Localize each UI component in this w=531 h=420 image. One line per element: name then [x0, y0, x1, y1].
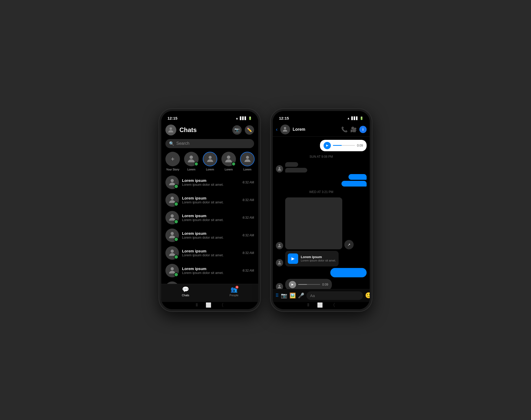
chat-avatar: [165, 211, 179, 224]
battery-icon: 🔋: [360, 116, 364, 120]
link-thumbnail: ▶: [288, 253, 298, 264]
your-story-label: Your Story: [166, 168, 179, 171]
add-story-button[interactable]: +: [165, 152, 180, 166]
status-icons: ▲ ▋▋▋ 🔋: [235, 116, 252, 120]
signal-icon: ▋▋▋: [351, 116, 358, 120]
link-title: Lorem ipsum: [301, 255, 336, 259]
sent-bubble: [348, 174, 367, 180]
svg-point-10: [171, 267, 174, 270]
chat-list-item[interactable]: Lorem ipsum Lorem ipsum dolor sit amet. …: [161, 244, 258, 262]
story-item[interactable]: Lorem: [238, 152, 257, 171]
chat-time: ·8:32 AM: [242, 233, 254, 237]
chat-preview: Lorem ipsum dolor sit amet.: [182, 236, 239, 239]
chat-list-item[interactable]: Lorem ipsum Lorem ipsum dolor sit amet. …: [161, 262, 258, 279]
chat-list-item[interactable]: Lorem ipsum Lorem ipsum dolor sit amet. …: [161, 226, 258, 244]
svg-point-8: [171, 232, 174, 235]
svg-point-12: [284, 127, 286, 129]
chat-preview: Lorem ipsum dolor sit amet.: [182, 271, 239, 275]
story-item[interactable]: Lorem: [219, 152, 238, 171]
video-button[interactable]: 🎥: [350, 126, 357, 133]
wifi-icon: ▲: [235, 116, 239, 120]
home-gesture: ⬜: [317, 302, 323, 308]
left-phone: 12:15 ▲ ▋▋▋ 🔋 Chats 📷 ✏️ 🔍 Search: [159, 109, 260, 311]
chat-list: Lorem ipsum Lorem ipsum dolor sit amet. …: [161, 174, 258, 284]
voice-message-received[interactable]: ▶ 0:09: [285, 279, 332, 289]
story-item[interactable]: Lorem: [201, 152, 219, 171]
story-name: Lorem: [206, 168, 214, 171]
message-row: ▶ 0:09: [276, 140, 367, 151]
svg-point-16: [279, 285, 281, 287]
share-button[interactable]: ↗: [344, 240, 354, 249]
chat-name: Lorem ipsum: [182, 214, 239, 218]
chat-avatar: [165, 193, 179, 207]
apps-button[interactable]: ⠿: [275, 293, 279, 298]
image-message: [285, 197, 342, 249]
search-bar[interactable]: 🔍 Search: [165, 139, 254, 148]
your-story-item[interactable]: + Your Story: [163, 152, 182, 171]
story-item[interactable]: Lorem: [182, 152, 201, 171]
chat-avatar: [165, 281, 179, 284]
svg-point-15: [279, 261, 281, 263]
received-bubble: [285, 168, 307, 173]
chat-preview: Lorem ipsum dolor sit amet.: [182, 218, 239, 222]
gallery-button[interactable]: 🖼️: [289, 292, 296, 299]
chat-time: ·8:32 AM: [242, 216, 254, 219]
chat-info: Lorem ipsum Lorem ipsum dolor sit amet.: [182, 249, 239, 257]
chat-name: Lorem ipsum: [182, 249, 239, 253]
mic-button[interactable]: 🎤: [298, 292, 304, 299]
chat-list-item[interactable]: Lorem ipsum Lorem ipsum dolor sit amet. …: [161, 174, 258, 191]
chat-avatar: [165, 176, 179, 189]
svg-point-14: [279, 244, 281, 246]
contact-avatar: [280, 125, 290, 134]
chat-avatar: [165, 229, 179, 242]
image-share-row: ↗: [276, 197, 367, 249]
svg-point-0: [170, 127, 172, 130]
recent-gesture: 〈: [219, 302, 224, 308]
nav-chats[interactable]: 💬 Chats: [161, 286, 210, 297]
message-input[interactable]: [306, 291, 363, 300]
svg-point-9: [171, 250, 174, 253]
chat-avatar: [165, 246, 179, 260]
chat-list-item[interactable]: Lorem ipsum Lorem ipsum dolor sit amet. …: [161, 191, 258, 209]
chats-screen: 12:15 ▲ ▋▋▋ 🔋 Chats 📷 ✏️ 🔍 Search: [161, 111, 258, 309]
message-input-area: ⠿ 📷 🖼️ 🎤 🙂 👍: [273, 289, 370, 302]
nav-people[interactable]: 👥 3 People: [210, 286, 258, 297]
chat-preview: Lorem ipsum dolor sit amet.: [182, 183, 239, 187]
chat-name: Lorem ipsum: [182, 178, 239, 183]
battery-icon: 🔋: [248, 116, 252, 120]
play-button[interactable]: ▶: [324, 142, 331, 149]
message-row: ▶ 0:09: [276, 279, 367, 289]
info-button[interactable]: i: [359, 126, 367, 133]
emoji-button[interactable]: 🙂: [365, 292, 370, 299]
chat-info: Lorem ipsum Lorem ipsum dolor sit amet.: [182, 231, 239, 239]
story-name: Lorem: [225, 168, 233, 171]
chat-avatar: [165, 264, 179, 277]
date-divider: WED AT 3:21 PM: [276, 190, 367, 194]
back-gesture: ⫴: [196, 302, 198, 308]
chat-list-item[interactable]: Lorem ipsum Lorem ipsum dolor sit amet. …: [161, 209, 258, 226]
message-avatar: [276, 242, 283, 249]
camera-button[interactable]: 📷: [281, 292, 287, 299]
status-bar: 12:15 ▲ ▋▋▋ 🔋: [273, 111, 370, 122]
voice-message-sent[interactable]: ▶ 0:09: [320, 140, 367, 151]
svg-point-2: [208, 156, 212, 159]
camera-button[interactable]: 📷: [232, 125, 242, 135]
svg-point-7: [171, 214, 174, 217]
search-icon: 🔍: [169, 141, 174, 146]
chat-list-item[interactable]: Lorem ipsum Lorem ipsum dolor sit amet. …: [161, 279, 258, 284]
chats-nav-label: Chats: [182, 294, 189, 297]
svg-point-4: [246, 156, 249, 159]
chat-header: ‹ Lorem 📞 🎥 i: [273, 122, 370, 137]
chat-time: ·8:32 AM: [242, 269, 254, 272]
play-button[interactable]: ▶: [289, 281, 296, 288]
message-avatar: [276, 283, 283, 289]
user-avatar[interactable]: [165, 125, 176, 135]
phone-button[interactable]: 📞: [341, 126, 348, 133]
compose-button[interactable]: ✏️: [245, 125, 254, 135]
back-button[interactable]: ‹: [276, 126, 278, 132]
chat-name: Lorem ipsum: [182, 196, 239, 200]
svg-point-6: [171, 197, 174, 200]
right-phone: 12:15 ▲ ▋▋▋ 🔋 ‹ Lorem 📞 🎥 i: [271, 109, 372, 311]
link-preview[interactable]: ▶ Lorem ipsum Lorem ipsum dolor sit amet…: [285, 251, 339, 266]
message-avatar: [276, 165, 283, 173]
